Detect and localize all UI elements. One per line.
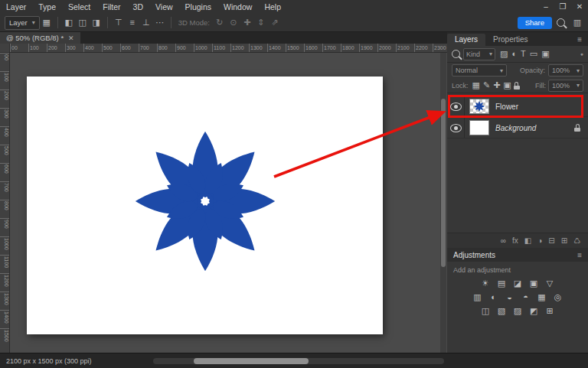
filter-shape-layers-icon[interactable]: ▭ (530, 50, 537, 58)
3d-roll-icon[interactable]: ⊙ (227, 17, 240, 29)
adj-brightness-contrast-icon[interactable]: ☀ (480, 278, 492, 289)
horizontal-scrollbar-thumb[interactable] (194, 358, 309, 364)
layer-row-background[interactable]: Background (447, 118, 588, 138)
distribute-bottom-icon[interactable]: ⊥ (140, 17, 152, 29)
adjustments-row-1: ☀▤◪▣▽ (447, 278, 588, 289)
adjustment-layer-icon[interactable]: ◑ (537, 237, 542, 245)
adj-hue-saturation-icon[interactable]: ▥ (472, 291, 483, 303)
adj-black-white-icon[interactable]: ◒ (504, 291, 515, 303)
lock-position-icon[interactable]: ✚ (493, 81, 500, 90)
blend-mode-dropdown[interactable]: Normal (452, 64, 507, 77)
divider (171, 17, 172, 28)
panel-menu-icon[interactable]: ≡ (577, 35, 588, 46)
adj-invert-icon[interactable]: ◫ (480, 305, 492, 317)
menu-3d[interactable]: 3D (127, 0, 149, 14)
vruler-label-1400: 1400 (0, 310, 9, 328)
adj-color-lookup-icon[interactable]: ◎ (552, 291, 564, 303)
kind-dropdown[interactable]: Kind (463, 48, 495, 60)
minimize-button[interactable]: – (537, 0, 554, 14)
adj-threshold-icon[interactable]: ▨ (512, 305, 524, 317)
menu-layer[interactable]: Layer (0, 0, 32, 14)
document-canvas[interactable] (27, 77, 383, 334)
lock-transparency-icon[interactable]: ▦ (472, 81, 480, 90)
workspace-switcher-icon[interactable]: ▥ (570, 17, 585, 29)
vertical-scrollbar[interactable] (440, 53, 446, 353)
3d-slide-icon[interactable]: ⇕ (255, 17, 267, 29)
adjustments-title: Adjustments (453, 251, 495, 259)
auto-select-dropdown[interactable]: Layer (5, 16, 40, 30)
lock-pixels-icon[interactable]: ✎ (483, 81, 490, 90)
tab-properties[interactable]: Properties (485, 34, 536, 46)
adj-photo-filter-icon[interactable]: ◓ (520, 291, 531, 303)
hruler-label-400: 400 (83, 44, 102, 53)
layer-mask-icon[interactable]: ◧ (524, 237, 531, 245)
hruler-label-2200: 2200 (414, 44, 433, 53)
close-tab-icon[interactable]: ✕ (68, 34, 74, 42)
flower-artwork (132, 129, 278, 274)
menu-help[interactable]: Help (258, 0, 287, 14)
menu-plugins[interactable]: Plugins (179, 0, 217, 14)
distribute-top-icon[interactable]: ⊤ (113, 17, 125, 29)
align-right-icon[interactable]: ◨ (90, 17, 103, 29)
document-tab[interactable]: @ 50% (RGB/8) * ✕ (0, 32, 80, 44)
3d-scale-icon[interactable]: ⇗ (269, 17, 281, 29)
lock-all-icon[interactable] (514, 82, 520, 90)
layer-effects-icon[interactable]: fx (512, 237, 518, 245)
menu-type[interactable]: Type (32, 0, 62, 14)
adj-vibrance-icon[interactable]: ▽ (544, 278, 556, 289)
fill-dropdown[interactable]: 100% (548, 80, 583, 92)
align-center-icon[interactable]: ◫ (77, 17, 89, 29)
opacity-dropdown[interactable]: 100% (548, 64, 583, 77)
ruler-corner (0, 44, 10, 53)
adj-posterize-icon[interactable]: ▧ (496, 305, 508, 317)
3d-pan-icon[interactable]: ✚ (241, 17, 253, 29)
delete-layer-icon[interactable]: ♺ (573, 237, 580, 245)
layer-name[interactable]: Background (495, 124, 536, 132)
vertical-scrollbar-thumb[interactable] (441, 99, 446, 267)
adj-gradient-map-icon[interactable]: ◩ (528, 305, 540, 317)
visibility-toggle[interactable] (447, 118, 465, 138)
adj-exposure-icon[interactable]: ▣ (528, 278, 540, 289)
vruler-label-1300: 1300 (0, 291, 9, 310)
menu-window[interactable]: Window (217, 0, 258, 14)
filter-adjustment-layers-icon[interactable]: ◐ (511, 50, 517, 58)
filter-search-icon[interactable] (452, 50, 460, 58)
link-layers-icon[interactable]: ∞ (501, 237, 506, 245)
align-left-icon[interactable]: ◧ (63, 17, 75, 29)
adjustments-header[interactable]: Adjustments ≡ (447, 248, 588, 262)
adj-curves-icon[interactable]: ◪ (512, 278, 524, 289)
3d-orbit-icon[interactable]: ↻ (214, 17, 226, 29)
filter-toggle-icon[interactable]: ● (580, 51, 583, 57)
panel-tab-bar: Layers Properties ≡ (447, 32, 588, 46)
canvas-viewport[interactable] (10, 53, 447, 353)
menu-view[interactable]: View (149, 0, 179, 14)
filter-type-layers-icon[interactable]: T (521, 50, 526, 58)
close-button[interactable]: ✕ (571, 0, 588, 14)
transform-controls-icon[interactable]: ▦ (41, 17, 53, 29)
adj-selective-color-icon[interactable]: ⊞ (544, 305, 556, 317)
restore-button[interactable]: ❐ (554, 0, 571, 14)
more-options-icon[interactable]: ⋯ (154, 17, 166, 29)
adj-channel-mixer-icon[interactable]: ▦ (536, 291, 547, 303)
tab-layers[interactable]: Layers (447, 34, 485, 46)
adjustments-row-3: ◫▧▨◩⊞ (447, 305, 588, 317)
layer-thumbnail[interactable] (469, 120, 489, 135)
adj-color-balance-icon[interactable]: ◐ (488, 291, 499, 303)
layers-panel-footer: ∞fx◧◑⊟⊞♺ (447, 233, 588, 248)
hruler-label-1600: 1600 (304, 44, 322, 53)
distribute-middle-icon[interactable]: ≡ (126, 17, 139, 29)
menu-select[interactable]: Select (62, 0, 96, 14)
menu-filter[interactable]: Filter (96, 0, 126, 14)
share-button[interactable]: Share (518, 17, 552, 29)
filter-smart-objects-icon[interactable]: ▣ (541, 50, 549, 58)
adjustments-menu-icon[interactable]: ≡ (577, 251, 582, 259)
vruler-label-00: 00 (0, 53, 9, 71)
search-icon[interactable] (553, 17, 568, 29)
new-layer-icon[interactable]: ⊞ (561, 237, 567, 245)
filter-pixel-layers-icon[interactable]: ▨ (500, 50, 508, 58)
document-size-status: 2100 px x 1500 px (300 ppi) (6, 353, 92, 368)
vruler-label-300: 300 (0, 108, 9, 126)
adj-levels-icon[interactable]: ▤ (496, 278, 508, 289)
lock-artboard-icon[interactable]: ▣ (503, 81, 511, 90)
layer-group-icon[interactable]: ⊟ (548, 237, 554, 245)
